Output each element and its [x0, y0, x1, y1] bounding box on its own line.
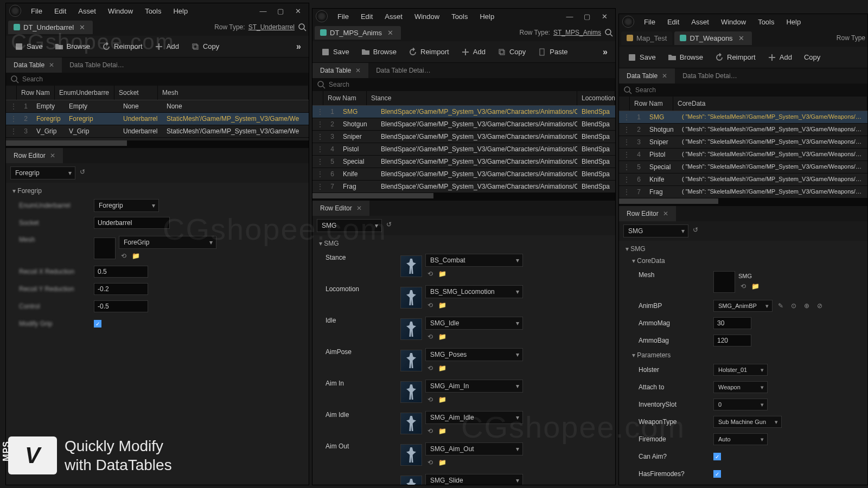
toolbar-overflow[interactable]: » — [598, 45, 612, 59]
mesh-dropdown[interactable]: ForeGrip — [119, 236, 216, 249]
tab-close-icon[interactable]: ✕ — [736, 34, 746, 42]
canaim-checkbox[interactable] — [713, 453, 721, 460]
tab-datatable[interactable]: Data Table✕ — [619, 68, 675, 84]
recoil-x-input[interactable] — [94, 266, 148, 278]
browse-icon[interactable]: 📁 — [437, 395, 447, 404]
recoil-y-input[interactable] — [94, 283, 148, 295]
mesh-thumbnail[interactable] — [94, 237, 116, 259]
table-row[interactable]: ⋮⋮4Pistol( "Mesh": "SkeletalMesh'/Game/M… — [619, 149, 867, 161]
tab-close-icon[interactable]: ✕ — [385, 29, 395, 37]
holster-dropdown[interactable]: Holster_01 — [713, 364, 768, 376]
row-type-link[interactable]: ST_Underbarrel — [248, 23, 295, 31]
menu-help[interactable]: Help — [781, 16, 806, 28]
scrollbar[interactable] — [619, 198, 867, 204]
search-input[interactable] — [22, 75, 304, 83]
search-icon[interactable] — [298, 23, 307, 31]
socket-input[interactable] — [94, 217, 170, 229]
browse-icon[interactable]: 📁 — [131, 251, 141, 261]
menu-tools[interactable]: Tools — [446, 10, 473, 23]
save-button[interactable]: Save — [9, 39, 48, 54]
control-input[interactable] — [94, 300, 148, 312]
clear-icon[interactable]: ⊘ — [815, 301, 825, 311]
ammobag-input[interactable] — [713, 335, 751, 346]
use-icon[interactable]: ⟲ — [425, 458, 435, 467]
close-icon[interactable]: ✕ — [355, 67, 361, 74]
table-row[interactable]: ⋮⋮1SMG( "Mesh": "SkeletalMesh'/Game/MP_S… — [619, 111, 867, 124]
anim-thumbnail[interactable] — [400, 381, 422, 403]
search-icon[interactable] — [604, 28, 613, 37]
menu-edit[interactable]: Edit — [662, 16, 685, 28]
browse-icon[interactable]: 📁 — [437, 458, 447, 467]
anim-dropdown[interactable]: BS_SMG_Locomotion — [425, 285, 523, 298]
table-row[interactable]: ⋮⋮3SniperBlendSpace'/Game/MP_System_V3/G… — [312, 131, 615, 143]
asset-tab[interactable]: DT_Underbarrel ✕ — [8, 21, 93, 34]
reimport-button[interactable]: Reimport — [403, 44, 455, 60]
browse-button[interactable]: Browse — [662, 50, 709, 65]
use-icon[interactable]: ⟲ — [425, 363, 435, 373]
tab-details[interactable]: Data Table Detai… — [368, 63, 438, 78]
browse-icon[interactable]: 📁 — [437, 363, 447, 373]
new-icon[interactable]: ⊕ — [802, 301, 812, 311]
menu-edit[interactable]: Edit — [355, 10, 378, 23]
table-row[interactable]: ⋮⋮2 ForegripForegrip UnderbarrelStaticMe… — [6, 113, 309, 125]
anim-dropdown[interactable]: SMG_Poses — [425, 348, 523, 361]
tab-roweditor[interactable]: Row Editor✕ — [6, 148, 63, 163]
toolbar-overflow[interactable]: » — [292, 40, 305, 54]
add-button[interactable]: Add — [149, 39, 184, 54]
table-row[interactable]: ⋮⋮3 V_GripV_Grip UnderbarrelStaticMesh'/… — [6, 125, 309, 138]
use-icon[interactable]: ⟲ — [425, 395, 435, 404]
minimize-button[interactable]: — — [562, 11, 577, 22]
use-icon[interactable]: ⟲ — [119, 251, 129, 261]
close-icon[interactable]: ✕ — [662, 72, 667, 80]
search-input[interactable] — [635, 86, 863, 94]
row-selector[interactable]: SMG — [623, 224, 688, 237]
edit-icon[interactable]: ✎ — [776, 301, 786, 311]
use-icon[interactable]: ⟲ — [738, 281, 748, 291]
scrollbar[interactable] — [312, 193, 615, 198]
browse-button[interactable]: Browse — [356, 44, 402, 60]
asset-tab-weapons[interactable]: DT_Weapons ✕ — [674, 31, 751, 45]
enum-dropdown[interactable]: Foregrip — [94, 199, 159, 212]
tab-details[interactable]: Data Table Detai… — [62, 57, 132, 73]
menu-file[interactable]: File — [332, 10, 354, 23]
close-icon[interactable]: ✕ — [49, 61, 54, 69]
anim-dropdown[interactable]: SMG_Idle — [425, 317, 523, 330]
tab-close-icon[interactable]: ✕ — [77, 23, 87, 31]
table-row[interactable]: ⋮⋮5Special( "Mesh": "SkeletalMesh'/Game/… — [619, 161, 867, 174]
maximize-button[interactable]: ▢ — [273, 5, 288, 16]
reset-icon[interactable]: ↺ — [80, 168, 90, 178]
search-input[interactable] — [329, 81, 611, 88]
anim-thumbnail[interactable] — [400, 350, 422, 371]
table-row[interactable]: ⋮⋮6KnifeBlendSpace'/Game/MP_System_V3/Ga… — [312, 168, 615, 181]
reset-icon[interactable]: ↺ — [693, 226, 703, 236]
reset-icon[interactable]: ↺ — [386, 221, 396, 230]
property-group[interactable]: CoreData — [619, 255, 867, 267]
copy-button[interactable]: Copy — [799, 50, 826, 65]
table-row[interactable]: ⋮⋮4PistolBlendSpace'/Game/MP_System_V3/G… — [312, 143, 615, 156]
use-icon[interactable]: ⟲ — [425, 332, 435, 342]
property-group[interactable]: Parameters — [619, 349, 867, 361]
menu-help[interactable]: Help — [474, 10, 500, 23]
close-button[interactable]: ✕ — [290, 5, 305, 16]
browse-icon[interactable]: 📁 — [437, 332, 447, 342]
menu-window[interactable]: Window — [716, 16, 751, 28]
anim-dropdown[interactable]: SMG_Aim_In — [425, 380, 523, 393]
menu-tools[interactable]: Tools — [752, 16, 780, 28]
reimport-button[interactable]: Reimport — [710, 50, 761, 65]
firemode-dropdown[interactable]: Auto — [713, 433, 768, 445]
tab-roweditor[interactable]: Row Editor✕ — [619, 206, 676, 221]
hasfiremodes-checkbox[interactable] — [713, 470, 721, 478]
anim-thumbnail[interactable] — [400, 413, 422, 434]
menu-window[interactable]: Window — [103, 5, 138, 17]
table-row[interactable]: ⋮⋮7FragBlendSpace'/Game/MP_System_V3/Gam… — [312, 181, 615, 193]
close-icon[interactable]: ✕ — [663, 210, 668, 217]
browse-icon[interactable]: ⊙ — [789, 301, 799, 311]
weapontype-dropdown[interactable]: Sub Machine Gun — [713, 416, 782, 428]
add-button[interactable]: Add — [762, 50, 797, 65]
close-button[interactable]: ✕ — [597, 11, 612, 22]
attach-dropdown[interactable]: Weapon — [713, 381, 768, 393]
browse-icon[interactable]: 📁 — [437, 269, 447, 279]
copy-button[interactable]: Copy — [186, 39, 225, 54]
table-row[interactable]: ⋮⋮1 EmptyEmpty NoneNone — [6, 100, 309, 113]
paste-button[interactable]: Paste — [532, 44, 573, 60]
